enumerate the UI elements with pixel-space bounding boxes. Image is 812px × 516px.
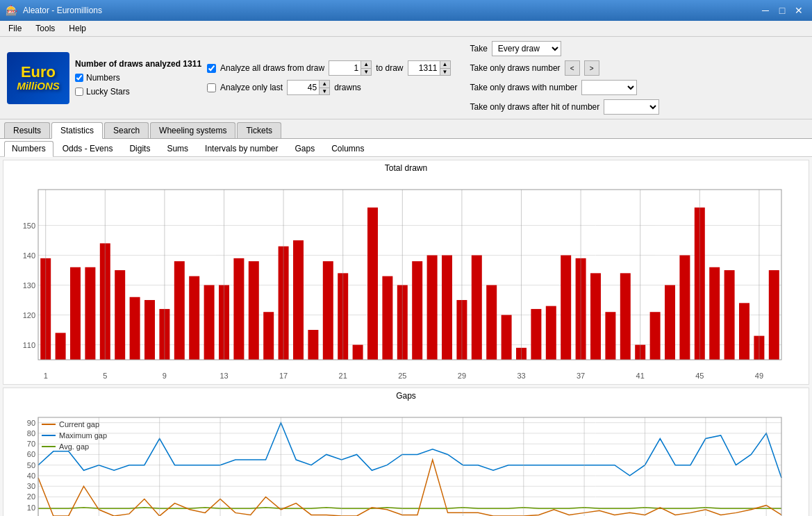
menu-file[interactable]: File bbox=[3, 22, 27, 35]
from-draw-input: ▲ ▼ bbox=[329, 60, 372, 76]
analyze-all-row: Analyze all draws from draw ▲ ▼ to draw … bbox=[207, 60, 450, 76]
gap-chart-canvas bbox=[3, 403, 795, 516]
analyze-last-row: Analyze only last ▲ ▼ drawns bbox=[207, 80, 450, 95]
sub-tab-columns[interactable]: Columns bbox=[324, 141, 372, 156]
tab-results[interactable]: Results bbox=[4, 122, 50, 138]
menu-bar: File Tools Help bbox=[0, 21, 812, 37]
logo: Euro MilliONS bbox=[7, 52, 69, 104]
main-tabs-bar: Results Statistics Search Wheeling syste… bbox=[0, 119, 812, 139]
take-dropdown[interactable]: Every draw Odd draws Even draws bbox=[492, 41, 561, 56]
take-with-number-label: Take only draws with number bbox=[470, 83, 578, 92]
gap-chart-title: Gaps bbox=[3, 388, 809, 403]
last-draws-field[interactable] bbox=[288, 82, 319, 93]
bar-chart-title: Total drawn bbox=[3, 160, 809, 176]
numbers-checkbox-row: Numbers bbox=[75, 73, 201, 83]
bar-chart-container: Total drawn bbox=[3, 160, 809, 385]
lucky-stars-label: Lucky Stars bbox=[86, 87, 130, 97]
title-bar: 🎰 Aleator - Euromillions ─ □ ✕ bbox=[0, 0, 812, 21]
analyze-last-label: Analyze only last bbox=[220, 83, 283, 92]
take-after-hit-row: Take only draws after hit of number bbox=[470, 99, 660, 115]
analyze-all-checkbox[interactable] bbox=[207, 64, 216, 73]
take-section: Take Every draw Odd draws Even draws Tak… bbox=[470, 41, 660, 115]
window-title: Aleator - Euromillions bbox=[23, 6, 102, 15]
toolbar: Euro MilliONS Number of draws analyzed 1… bbox=[0, 37, 812, 119]
take-draws-number-label: Take only draws number bbox=[470, 63, 561, 73]
menu-tools[interactable]: Tools bbox=[30, 22, 60, 35]
take-row: Take Every draw Odd draws Even draws bbox=[470, 41, 660, 56]
main-window: 🎰 Aleator - Euromillions ─ □ ✕ File Tool… bbox=[0, 0, 812, 516]
to-draw-up[interactable]: ▲ bbox=[440, 61, 450, 68]
to-draw-input: ▲ ▼ bbox=[408, 60, 451, 76]
tab-tickets[interactable]: Tickets bbox=[237, 122, 281, 138]
sub-tabs-bar: Numbers Odds - Evens Digits Sums Interva… bbox=[0, 139, 812, 157]
lucky-stars-checkbox[interactable] bbox=[75, 88, 83, 96]
numbers-label: Numbers bbox=[86, 73, 120, 83]
to-draw-label: to draw bbox=[376, 63, 403, 73]
draws-info-section: Number of draws analyzed 1311 Numbers Lu… bbox=[75, 59, 201, 97]
minimize-button[interactable]: ─ bbox=[758, 4, 773, 17]
sub-tab-gaps[interactable]: Gaps bbox=[287, 141, 322, 156]
take-after-hit-dropdown[interactable] bbox=[604, 99, 659, 115]
analyze-all-label: Analyze all draws from draw bbox=[220, 63, 324, 73]
last-draws-up[interactable]: ▲ bbox=[320, 81, 329, 88]
take-draws-number-row: Take only draws number < > bbox=[470, 60, 660, 76]
sub-tab-intervals[interactable]: Intervals by number bbox=[197, 141, 285, 156]
gap-chart-container: Gaps bbox=[3, 388, 809, 516]
to-draw-down[interactable]: ▼ bbox=[440, 68, 450, 75]
title-bar-controls: ─ □ ✕ bbox=[758, 4, 806, 17]
charts-area: Total drawn Gaps bbox=[0, 157, 812, 516]
from-draw-field[interactable] bbox=[329, 63, 361, 74]
tab-statistics[interactable]: Statistics bbox=[51, 122, 103, 139]
lucky-stars-checkbox-row: Lucky Stars bbox=[75, 87, 201, 97]
from-draw-down[interactable]: ▼ bbox=[361, 68, 371, 75]
take-label: Take bbox=[470, 44, 488, 53]
take-after-hit-label: Take only draws after hit of number bbox=[470, 102, 600, 112]
nav-prev-button[interactable]: < bbox=[565, 60, 580, 76]
maximize-button[interactable]: □ bbox=[774, 4, 790, 17]
last-draws-down[interactable]: ▼ bbox=[320, 88, 329, 94]
sub-tab-odds-evens[interactable]: Odds - Evens bbox=[55, 141, 121, 156]
last-draws-input: ▲ ▼ bbox=[287, 80, 330, 95]
from-draw-up[interactable]: ▲ bbox=[361, 61, 371, 68]
app-icon: 🎰 bbox=[6, 5, 17, 16]
analyze-last-checkbox[interactable] bbox=[207, 83, 216, 92]
sub-tab-digits[interactable]: Digits bbox=[122, 141, 158, 156]
take-with-number-row: Take only draws with number bbox=[470, 80, 660, 95]
drawns-label: drawns bbox=[334, 83, 361, 92]
nav-next-button[interactable]: > bbox=[584, 60, 599, 76]
bar-chart-canvas bbox=[3, 176, 795, 384]
tab-wheeling[interactable]: Wheeling systems bbox=[150, 122, 235, 138]
menu-help[interactable]: Help bbox=[63, 22, 92, 35]
tab-search[interactable]: Search bbox=[104, 122, 149, 138]
numbers-checkbox[interactable] bbox=[75, 74, 83, 82]
sub-tab-sums[interactable]: Sums bbox=[159, 141, 196, 156]
draws-count-label: Number of draws analyzed 1311 bbox=[75, 59, 201, 69]
to-draw-field[interactable] bbox=[408, 63, 440, 74]
analyze-section: Analyze all draws from draw ▲ ▼ to draw … bbox=[207, 60, 450, 95]
close-button[interactable]: ✕ bbox=[791, 4, 806, 17]
sub-tab-numbers[interactable]: Numbers bbox=[4, 141, 53, 157]
take-with-number-dropdown[interactable] bbox=[581, 80, 637, 95]
